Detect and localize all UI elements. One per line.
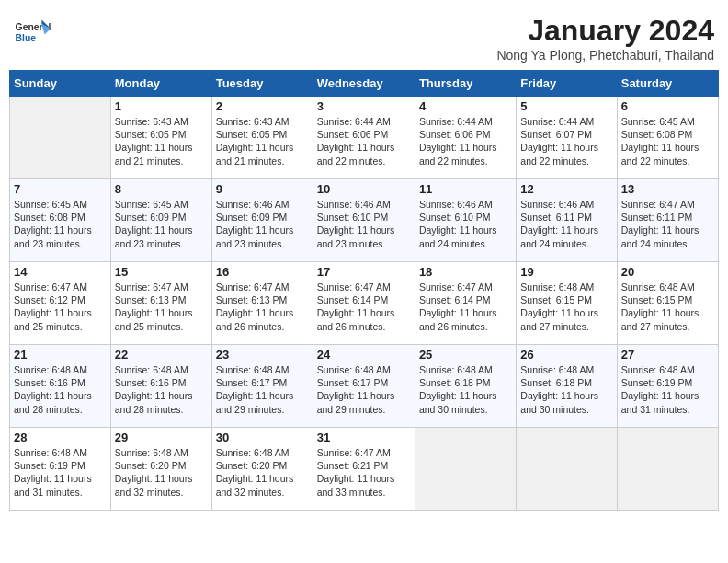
day-number: 9 <box>216 182 309 196</box>
day-detail: Sunrise: 6:48 AMSunset: 6:15 PMDaylight:… <box>621 281 714 333</box>
day-detail: Sunrise: 6:45 AMSunset: 6:08 PMDaylight:… <box>14 198 107 250</box>
day-number: 25 <box>419 348 512 362</box>
day-number: 23 <box>216 348 309 362</box>
calendar-cell: 3Sunrise: 6:44 AMSunset: 6:06 PMDaylight… <box>313 97 415 179</box>
month-title: January 2024 <box>496 14 714 48</box>
calendar-cell: 28Sunrise: 6:48 AMSunset: 6:19 PMDayligh… <box>10 428 111 511</box>
day-number: 5 <box>520 99 612 113</box>
weekday-header-tuesday: Tuesday <box>211 71 313 97</box>
day-detail: Sunrise: 6:48 AMSunset: 6:20 PMDaylight:… <box>216 446 309 499</box>
weekday-header-thursday: Thursday <box>415 71 516 97</box>
calendar-cell: 21Sunrise: 6:48 AMSunset: 6:16 PMDayligh… <box>10 345 111 428</box>
calendar-table: SundayMondayTuesdayWednesdayThursdayFrid… <box>9 70 719 511</box>
weekday-header-row: SundayMondayTuesdayWednesdayThursdayFrid… <box>10 71 719 97</box>
calendar-week-4: 21Sunrise: 6:48 AMSunset: 6:16 PMDayligh… <box>10 345 719 428</box>
calendar-week-5: 28Sunrise: 6:48 AMSunset: 6:19 PMDayligh… <box>10 428 719 511</box>
day-number: 31 <box>317 431 411 444</box>
day-detail: Sunrise: 6:47 AMSunset: 6:11 PMDaylight:… <box>621 198 714 250</box>
day-number: 24 <box>317 348 411 362</box>
day-detail: Sunrise: 6:48 AMSunset: 6:19 PMDaylight:… <box>621 363 714 416</box>
title-block: January 2024 Nong Ya Plong, Phetchaburi,… <box>496 14 714 63</box>
day-number: 7 <box>14 182 107 196</box>
day-detail: Sunrise: 6:44 AMSunset: 6:06 PMDaylight:… <box>317 115 411 167</box>
calendar-cell: 4Sunrise: 6:44 AMSunset: 6:06 PMDaylight… <box>415 97 516 179</box>
day-number: 22 <box>115 348 208 362</box>
calendar-week-3: 14Sunrise: 6:47 AMSunset: 6:12 PMDayligh… <box>10 262 719 345</box>
day-number: 13 <box>621 182 714 196</box>
calendar-cell: 19Sunrise: 6:48 AMSunset: 6:15 PMDayligh… <box>517 262 617 345</box>
day-number: 17 <box>317 265 411 279</box>
day-detail: Sunrise: 6:48 AMSunset: 6:17 PMDaylight:… <box>317 363 411 416</box>
day-detail: Sunrise: 6:48 AMSunset: 6:15 PMDaylight:… <box>520 281 612 333</box>
calendar-cell: 12Sunrise: 6:46 AMSunset: 6:11 PMDayligh… <box>517 179 617 262</box>
weekday-header-wednesday: Wednesday <box>313 71 415 97</box>
calendar-cell <box>517 428 617 511</box>
day-detail: Sunrise: 6:44 AMSunset: 6:06 PMDaylight:… <box>419 115 512 167</box>
day-detail: Sunrise: 6:46 AMSunset: 6:10 PMDaylight:… <box>317 198 411 250</box>
day-number: 19 <box>520 265 612 279</box>
day-number: 27 <box>621 348 714 362</box>
day-number: 12 <box>520 182 612 196</box>
day-detail: Sunrise: 6:43 AMSunset: 6:05 PMDaylight:… <box>115 115 208 167</box>
location: Nong Ya Plong, Phetchaburi, Thailand <box>496 48 714 63</box>
calendar-cell: 20Sunrise: 6:48 AMSunset: 6:15 PMDayligh… <box>617 262 718 345</box>
day-number: 14 <box>14 265 107 279</box>
logo: General Blue <box>14 14 54 51</box>
day-detail: Sunrise: 6:47 AMSunset: 6:14 PMDaylight:… <box>317 281 411 333</box>
calendar-week-2: 7Sunrise: 6:45 AMSunset: 6:08 PMDaylight… <box>10 179 719 262</box>
day-detail: Sunrise: 6:48 AMSunset: 6:20 PMDaylight:… <box>115 446 208 499</box>
calendar-cell: 8Sunrise: 6:45 AMSunset: 6:09 PMDaylight… <box>110 179 211 262</box>
day-number: 15 <box>115 265 208 279</box>
day-detail: Sunrise: 6:43 AMSunset: 6:05 PMDaylight:… <box>216 115 309 167</box>
calendar-cell: 7Sunrise: 6:45 AMSunset: 6:08 PMDaylight… <box>10 179 111 262</box>
calendar-cell: 17Sunrise: 6:47 AMSunset: 6:14 PMDayligh… <box>313 262 415 345</box>
day-number: 21 <box>14 348 107 362</box>
calendar-cell: 6Sunrise: 6:45 AMSunset: 6:08 PMDaylight… <box>617 97 718 179</box>
calendar-cell: 14Sunrise: 6:47 AMSunset: 6:12 PMDayligh… <box>10 262 111 345</box>
day-detail: Sunrise: 6:48 AMSunset: 6:17 PMDaylight:… <box>216 363 309 416</box>
day-detail: Sunrise: 6:48 AMSunset: 6:19 PMDaylight:… <box>14 446 107 499</box>
day-number: 3 <box>317 99 411 113</box>
weekday-header-friday: Friday <box>517 71 617 97</box>
day-number: 30 <box>216 431 309 444</box>
svg-text:Blue: Blue <box>16 33 37 43</box>
day-detail: Sunrise: 6:47 AMSunset: 6:12 PMDaylight:… <box>14 281 107 333</box>
weekday-header-saturday: Saturday <box>617 71 718 97</box>
calendar-cell: 25Sunrise: 6:48 AMSunset: 6:18 PMDayligh… <box>415 345 516 428</box>
day-number: 28 <box>14 431 107 444</box>
day-detail: Sunrise: 6:45 AMSunset: 6:08 PMDaylight:… <box>621 115 714 167</box>
day-detail: Sunrise: 6:46 AMSunset: 6:10 PMDaylight:… <box>419 198 512 250</box>
day-number: 2 <box>216 99 309 113</box>
day-number: 26 <box>520 348 612 362</box>
calendar-cell <box>617 428 718 511</box>
day-detail: Sunrise: 6:48 AMSunset: 6:16 PMDaylight:… <box>14 363 107 416</box>
calendar-cell: 2Sunrise: 6:43 AMSunset: 6:05 PMDaylight… <box>211 97 313 179</box>
day-number: 11 <box>419 182 512 196</box>
calendar-cell: 13Sunrise: 6:47 AMSunset: 6:11 PMDayligh… <box>617 179 718 262</box>
day-number: 10 <box>317 182 411 196</box>
calendar-cell <box>10 97 111 179</box>
calendar-cell: 23Sunrise: 6:48 AMSunset: 6:17 PMDayligh… <box>211 345 313 428</box>
calendar-cell: 1Sunrise: 6:43 AMSunset: 6:05 PMDaylight… <box>110 97 211 179</box>
day-detail: Sunrise: 6:45 AMSunset: 6:09 PMDaylight:… <box>115 198 208 250</box>
calendar-cell <box>415 428 516 511</box>
day-detail: Sunrise: 6:48 AMSunset: 6:16 PMDaylight:… <box>115 363 208 416</box>
day-number: 4 <box>419 99 512 113</box>
calendar-cell: 5Sunrise: 6:44 AMSunset: 6:07 PMDaylight… <box>517 97 617 179</box>
day-detail: Sunrise: 6:44 AMSunset: 6:07 PMDaylight:… <box>520 115 612 167</box>
day-detail: Sunrise: 6:46 AMSunset: 6:11 PMDaylight:… <box>520 198 612 250</box>
calendar-cell: 11Sunrise: 6:46 AMSunset: 6:10 PMDayligh… <box>415 179 516 262</box>
calendar-cell: 15Sunrise: 6:47 AMSunset: 6:13 PMDayligh… <box>110 262 211 345</box>
calendar-cell: 24Sunrise: 6:48 AMSunset: 6:17 PMDayligh… <box>313 345 415 428</box>
calendar-week-1: 1Sunrise: 6:43 AMSunset: 6:05 PMDaylight… <box>10 97 719 179</box>
day-number: 16 <box>216 265 309 279</box>
day-number: 18 <box>419 265 512 279</box>
calendar-cell: 22Sunrise: 6:48 AMSunset: 6:16 PMDayligh… <box>110 345 211 428</box>
day-detail: Sunrise: 6:46 AMSunset: 6:09 PMDaylight:… <box>216 198 309 250</box>
calendar-cell: 26Sunrise: 6:48 AMSunset: 6:18 PMDayligh… <box>517 345 617 428</box>
day-detail: Sunrise: 6:48 AMSunset: 6:18 PMDaylight:… <box>520 363 612 416</box>
logo-icon: General Blue <box>14 14 51 51</box>
weekday-header-sunday: Sunday <box>10 71 111 97</box>
calendar-cell: 27Sunrise: 6:48 AMSunset: 6:19 PMDayligh… <box>617 345 718 428</box>
calendar-cell: 18Sunrise: 6:47 AMSunset: 6:14 PMDayligh… <box>415 262 516 345</box>
